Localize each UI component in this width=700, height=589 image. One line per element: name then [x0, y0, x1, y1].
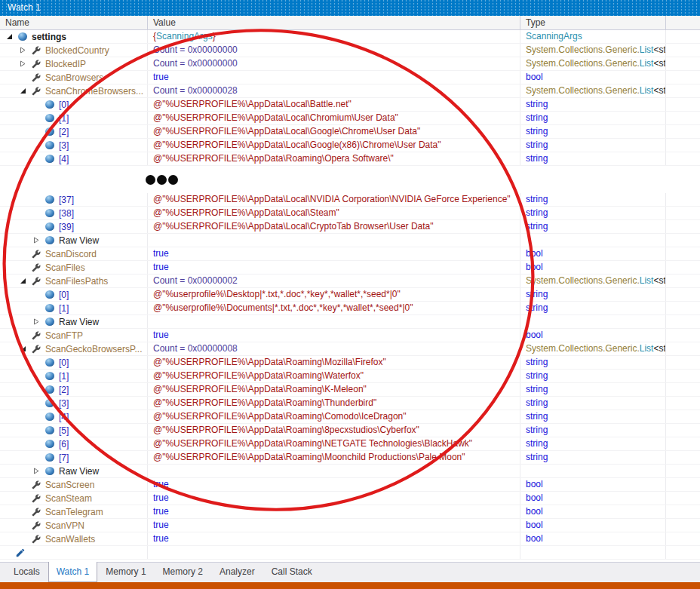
value-cell[interactable]: Count = 0x00000000	[148, 57, 520, 70]
value-cell[interactable]	[148, 234, 520, 247]
value-cell[interactable]: true	[148, 329, 520, 342]
watch-row[interactable]: ScanSteamtruebool	[0, 492, 700, 505]
watch-row[interactable]: [1]@"%USERPROFILE%\AppData\Roaming\Water…	[0, 370, 700, 383]
column-header-value[interactable]: Value	[148, 16, 520, 29]
watch-row[interactable]: [3]@"%USERPROFILE%\AppData\Roaming\Thund…	[0, 397, 700, 410]
value-cell[interactable]: {ScanningArgs}	[148, 30, 520, 43]
watch-row[interactable]: [0]@"%USERPROFILE%\AppData\Roaming\Mozil…	[0, 356, 700, 370]
expander-collapsed-icon[interactable]	[33, 468, 45, 474]
value-cell[interactable]: true	[148, 519, 520, 532]
watch-name-text: [39]	[59, 221, 74, 233]
column-header-type[interactable]: Type	[520, 16, 666, 29]
watch-row[interactable]: [5]@"%USERPROFILE%\AppData\Roaming\8pecx…	[0, 424, 700, 437]
tool-window-titlebar[interactable]: Watch 1	[0, 0, 700, 16]
value-cell[interactable]: @"%USERPROFILE%\AppData\Roaming\Waterfox…	[148, 370, 520, 382]
watch-row[interactable]: [0]@"%USERPROFILE%\AppData\Local\Battle.…	[0, 98, 700, 112]
watch-row[interactable]: BlockedCountryCount = 0x00000000System.C…	[0, 44, 700, 57]
value-cell[interactable]: true	[148, 71, 520, 84]
name-cell: ScanFiles	[0, 261, 148, 274]
expander-expanded-icon[interactable]	[20, 278, 31, 284]
value-cell[interactable]: true	[148, 261, 520, 274]
tab-call-stack[interactable]: Call Stack	[263, 562, 321, 582]
watch-row[interactable]: [2]@"%USERPROFILE%\AppData\Roaming\K-Mel…	[0, 383, 700, 397]
watch-row[interactable]: settings{ScanningArgs}ScanningArgs	[0, 30, 700, 44]
value-cell[interactable]: @"%USERPROFILE%\AppData\Roaming\Opera So…	[148, 152, 520, 165]
value-cell[interactable]: @"%USERPROFILE%\AppData\Local\Google(x86…	[148, 139, 520, 152]
value-cell[interactable]: true	[148, 505, 520, 518]
watch-row[interactable]: [3]@"%USERPROFILE%\AppData\Local\Google(…	[0, 139, 700, 152]
watch-row[interactable]: Raw View	[0, 315, 700, 329]
watch-row[interactable]: [39]@"%USERPROFILE%\AppData\Local\Crypto…	[0, 220, 700, 234]
value-cell[interactable]	[148, 315, 520, 328]
watch-row[interactable]: ScanScreentruebool	[0, 478, 700, 492]
watch-row[interactable]: [0]@"%userprofile%\Desktop|*.txt,*.doc*,…	[0, 288, 700, 302]
watch-row[interactable]: [4]@"%USERPROFILE%\AppData\Roaming\Opera…	[0, 152, 700, 166]
column-header-name[interactable]: Name	[0, 16, 148, 29]
watch-row[interactable]: ScanBrowserstruebool	[0, 71, 700, 84]
value-cell[interactable]: @"%USERPROFILE%\AppData\Local\CryptoTab …	[148, 220, 520, 233]
value-cell[interactable]: true	[148, 532, 520, 545]
value-cell[interactable]: @"%USERPROFILE%\AppData\Local\Battle.net…	[148, 98, 520, 111]
value-cell[interactable]: @"%USERPROFILE%\AppData\Roaming\Mozilla\…	[148, 356, 520, 369]
tab-analyzer[interactable]: Analyzer	[211, 562, 263, 582]
tab-memory-1[interactable]: Memory 1	[97, 562, 154, 582]
name-cell: [4]	[0, 410, 148, 423]
value-cell[interactable]: true	[148, 478, 520, 491]
value-cell[interactable]: @"%USERPROFILE%\AppData\Local\NVIDIA Cor…	[148, 193, 520, 206]
watch-row[interactable]: ScanDiscordtruebool	[0, 247, 700, 261]
watch-row[interactable]: [6]@"%USERPROFILE%\AppData\Roaming\NETGA…	[0, 437, 700, 451]
watch-row[interactable]: [38]@"%USERPROFILE%\AppData\Local\Steam"…	[0, 207, 700, 220]
value-cell[interactable]: @"%userprofile%\Desktop|*.txt,*.doc*,*ke…	[148, 288, 520, 301]
value-cell[interactable]: @"%USERPROFILE%\AppData\Roaming\Moonchil…	[148, 451, 520, 464]
expander-expanded-icon[interactable]	[20, 345, 31, 352]
expander-collapsed-icon[interactable]	[33, 318, 45, 325]
watch-row[interactable]: ScanChromeBrowsers...Count = 0x00000028S…	[0, 84, 700, 98]
tab-memory-2[interactable]: Memory 2	[155, 562, 211, 582]
value-cell[interactable]: @"%USERPROFILE%\AppData\Roaming\K-Meleon…	[148, 383, 520, 396]
expander-expanded-icon[interactable]	[20, 87, 31, 94]
watch-row[interactable]: ScanVPNtruebool	[0, 519, 700, 532]
hidden-rows-ellipsis-dot-annotation	[157, 175, 167, 185]
value-cell[interactable]: @"%USERPROFILE%\AppData\Local\Chromium\U…	[148, 112, 520, 124]
watch-row[interactable]: ScanGeckoBrowsersP...Count = 0x00000008S…	[0, 342, 700, 356]
value-cell[interactable]: @"%USERPROFILE%\AppData\Roaming\8pecxstu…	[148, 424, 520, 437]
value-cell[interactable]	[148, 465, 520, 477]
watch-row[interactable]: ScanWalletstruebool	[0, 532, 700, 546]
expander-expanded-icon[interactable]	[6, 33, 17, 40]
value-cell[interactable]: Count = 0x00000002	[148, 275, 520, 287]
watch-row[interactable]: [37]@"%USERPROFILE%\AppData\Local\NVIDIA…	[0, 193, 700, 207]
value-cell[interactable]: Count = 0x00000000	[148, 44, 520, 57]
expander-collapsed-icon[interactable]	[20, 60, 31, 67]
expander-collapsed-icon[interactable]	[33, 237, 45, 244]
value-cell[interactable]: @"%USERPROFILE%\AppData\Roaming\Thunderb…	[148, 397, 520, 410]
name-cell: [0]	[0, 98, 148, 111]
value-cell[interactable]: @"%USERPROFILE%\AppData\Local\Steam"	[148, 207, 520, 219]
value-cell[interactable]: Count = 0x00000028	[148, 84, 520, 97]
value-cell[interactable]	[148, 546, 520, 559]
watch-row[interactable]: [1]@"%USERPROFILE%\AppData\Local\Chromiu…	[0, 112, 700, 125]
watch-row[interactable]: [7]@"%USERPROFILE%\AppData\Roaming\Moonc…	[0, 451, 700, 465]
watch-row[interactable]: Raw View	[0, 234, 700, 247]
row-spacer-cell	[666, 288, 700, 301]
value-cell[interactable]: @"%USERPROFILE%\AppData\Roaming\NETGATE …	[148, 437, 520, 450]
value-cell[interactable]: @"%USERPROFILE%\AppData\Local\Google\Chr…	[148, 125, 520, 138]
watch-row[interactable]: ScanFilestruebool	[0, 261, 700, 275]
watch-row[interactable]: Raw View	[0, 465, 700, 478]
value-cell[interactable]: @"%USERPROFILE%\AppData\Roaming\Comodo\I…	[148, 410, 520, 423]
watch-row[interactable]: [2]@"%USERPROFILE%\AppData\Local\Google\…	[0, 125, 700, 139]
watch-row[interactable]: ScanFilesPathsCount = 0x00000002System.C…	[0, 275, 700, 288]
watch-name-text: [4]	[59, 153, 69, 165]
watch-row[interactable]: ScanTelegramtruebool	[0, 505, 700, 519]
value-cell[interactable]: true	[148, 492, 520, 505]
watch-row[interactable]: BlockedIPCount = 0x00000000System.Collec…	[0, 57, 700, 71]
tab-locals[interactable]: Locals	[5, 562, 48, 582]
value-cell[interactable]: Count = 0x00000008	[148, 342, 520, 355]
watch-row[interactable]: [4]@"%USERPROFILE%\AppData\Roaming\Comod…	[0, 410, 700, 424]
watch-row[interactable]: ScanFTPtruebool	[0, 329, 700, 342]
value-cell[interactable]: true	[148, 247, 520, 260]
value-cell[interactable]: @"%userprofile%\Documents|*.txt,*.doc*,*…	[148, 302, 520, 314]
tab-watch-1[interactable]: Watch 1	[48, 562, 98, 582]
add-watch-row[interactable]	[0, 546, 700, 560]
watch-row[interactable]: [1]@"%userprofile%\Documents|*.txt,*.doc…	[0, 302, 700, 315]
expander-collapsed-icon[interactable]	[20, 47, 31, 54]
